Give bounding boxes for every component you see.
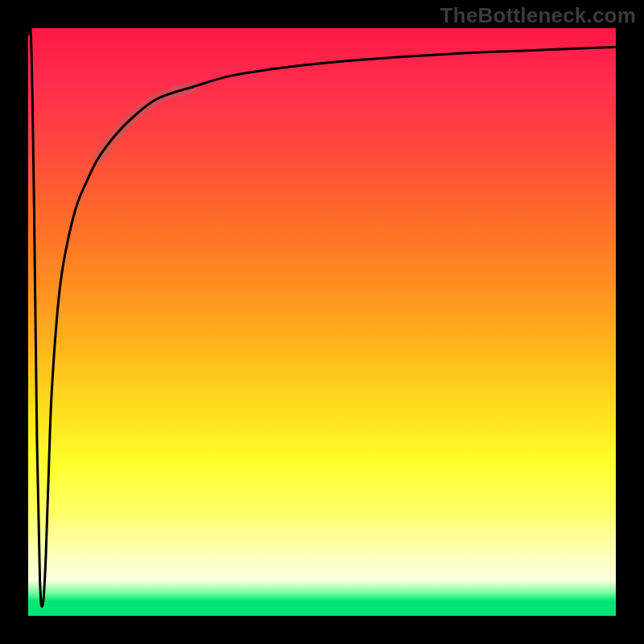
plot-area	[28, 28, 616, 616]
curve-svg	[28, 28, 616, 616]
bottleneck-curve	[28, 25, 616, 606]
watermark-text: TheBottleneck.com	[440, 3, 636, 28]
chart-frame: TheBottleneck.com	[0, 0, 644, 644]
curve-highlight-segment	[99, 87, 193, 158]
